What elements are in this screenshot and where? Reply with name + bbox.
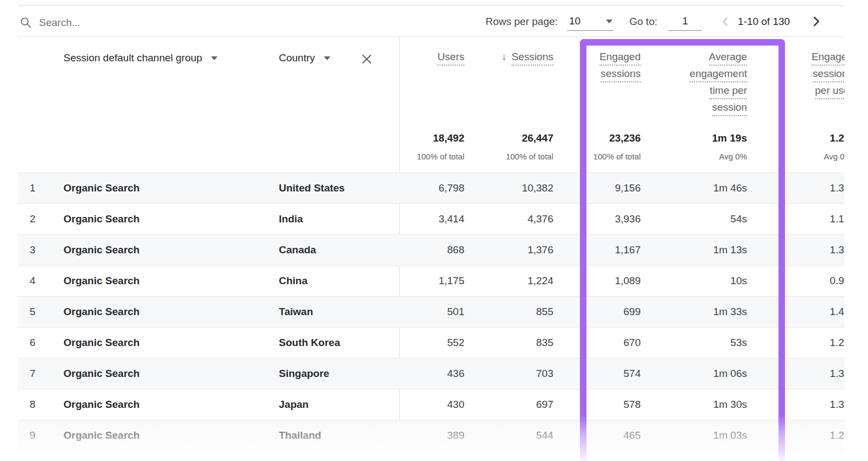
column-header-engaged-sessions-per-user[interactable]: Engaged sessions per user [781, 50, 845, 101]
channel-cell: Organic Search [63, 204, 139, 234]
column-header-label: Engaged [599, 50, 641, 66]
users-cell: 3,414 [362, 204, 464, 234]
column-header-label: Average [709, 50, 747, 66]
channel-cell: Organic Search [63, 420, 139, 450]
engaged-sessions-cell: 699 [566, 297, 641, 326]
rows-per-page-select[interactable]: 10 [567, 13, 614, 31]
remove-dimension-button[interactable] [360, 53, 374, 67]
previous-page-button[interactable] [719, 16, 731, 29]
dimension-selector-channel-group[interactable]: Session default channel group [63, 52, 218, 64]
row-index: 4 [24, 266, 41, 296]
engaged-sessions-per-user-cell: 1.3 [770, 235, 844, 265]
sessions-cell: 1,376 [475, 235, 553, 265]
column-header-avg-engagement-time[interactable]: Average engagement time per session [649, 50, 747, 118]
row-index: 2 [24, 204, 41, 234]
sessions-cell: 697 [475, 389, 553, 419]
row-index: 5 [24, 297, 41, 326]
rows-per-page-label: Rows per page: [486, 16, 558, 28]
column-header-label: sessions [601, 67, 641, 82]
avg-engagement-time-cell: 1m 03s [673, 420, 747, 450]
search-icon [20, 16, 32, 31]
engaged-sessions-cell: 465 [566, 420, 641, 450]
column-header-engaged-sessions[interactable]: Engaged sessions [565, 50, 641, 84]
country-cell: Japan [279, 389, 309, 419]
avg-engagement-time-cell: 1m 13s [673, 235, 747, 265]
table-row: 6 Organic Search South Korea 552 835 670… [18, 328, 845, 358]
sort-descending-icon: ↓ [501, 50, 507, 63]
channel-cell: Organic Search [63, 389, 139, 419]
total-sub-label: 100% of total [380, 152, 464, 161]
channel-cell: Organic Search [63, 173, 139, 203]
country-cell: China [279, 266, 308, 296]
dropdown-caret-icon [324, 56, 330, 60]
avg-engagement-time-cell: 10s [673, 266, 747, 296]
table-row: 2 Organic Search India 3,414 4,376 3,936… [18, 204, 845, 235]
sessions-cell: 835 [475, 328, 553, 357]
sessions-cell: 1,224 [475, 266, 553, 296]
engaged-sessions-per-user-cell: 1.3 [770, 389, 844, 419]
dropdown-caret-icon [606, 20, 612, 23]
column-header-sessions[interactable]: ↓ Sessions [459, 50, 553, 66]
users-cell: 430 [362, 389, 464, 419]
engaged-sessions-per-user-cell: 0.9 [770, 266, 844, 296]
total-engaged-sessions: 23,236 100% of total [556, 132, 641, 161]
country-cell: United States [279, 173, 344, 203]
total-users: 18,492 100% of total [380, 132, 464, 161]
sessions-cell: 855 [475, 297, 553, 326]
search-input[interactable] [38, 11, 268, 35]
total-sub-label: Avg 0% [760, 152, 845, 161]
engaged-sessions-cell: 3,936 [566, 204, 641, 234]
table-row: 5 Organic Search Taiwan 501 855 699 1m 3… [18, 297, 845, 328]
total-sub-label: Avg 0% [662, 152, 747, 161]
engaged-sessions-cell: 1,089 [566, 266, 641, 296]
sessions-cell: 544 [475, 420, 553, 450]
total-avg-engagement-time: 1m 19s Avg 0% [662, 132, 747, 161]
dimension-label: Session default channel group [63, 52, 202, 64]
pagination-range: 1-10 of 130 [738, 16, 790, 28]
column-header-users[interactable]: Users [380, 50, 464, 67]
users-cell: 868 [362, 235, 464, 265]
total-engaged-sessions-per-user: 1.2 Avg 0% [760, 132, 844, 161]
engaged-sessions-cell: 1,167 [566, 235, 641, 265]
column-header-label: per user [815, 84, 845, 99]
engaged-sessions-cell: 574 [566, 358, 641, 388]
table-row: 8 Organic Search Japan 430 697 578 1m 30… [18, 389, 845, 420]
go-to-page-input[interactable] [668, 12, 702, 31]
row-index: 7 [24, 358, 41, 388]
engaged-sessions-per-user-cell: 1.2 [770, 328, 844, 357]
top-divider [18, 5, 845, 6]
total-value: 26,447 [469, 132, 553, 144]
dropdown-caret-icon [211, 56, 218, 60]
column-header-label: sessions [813, 67, 845, 82]
engaged-sessions-per-user-cell: 1.2 [770, 420, 844, 450]
column-header-label: session [712, 101, 747, 116]
content-area: Rows per page: 10 Go to: 1-10 of 130 Ses… [0, 0, 845, 461]
avg-engagement-time-cell: 53s [673, 328, 747, 357]
avg-engagement-time-cell: 1m 33s [673, 297, 747, 326]
next-page-button[interactable] [809, 15, 823, 30]
column-header-label: engagement [690, 67, 747, 82]
dimension-selector-country[interactable]: Country [279, 52, 330, 64]
sessions-cell: 703 [475, 358, 553, 388]
sessions-cell: 4,376 [475, 204, 553, 234]
total-sub-label: 100% of total [469, 152, 553, 161]
total-value: 23,236 [556, 132, 641, 144]
engaged-sessions-cell: 670 [566, 328, 641, 357]
toolbar-divider [18, 36, 845, 37]
country-cell: Taiwan [279, 297, 313, 326]
channel-cell: Organic Search [63, 358, 139, 388]
users-cell: 1,175 [362, 266, 464, 296]
engaged-sessions-per-user-cell: 1.4 [770, 297, 844, 326]
country-cell: South Korea [279, 328, 340, 357]
rows-per-page-value: 10 [569, 15, 580, 27]
row-index: 9 [24, 420, 41, 450]
country-cell: Singapore [279, 358, 329, 388]
channel-cell: Organic Search [63, 297, 139, 326]
table-row: 9 Organic Search Thailand 389 544 465 1m… [18, 420, 845, 451]
country-cell: Thailand [279, 420, 321, 450]
avg-engagement-time-cell: 1m 06s [673, 358, 747, 388]
sessions-cell: 10,382 [475, 173, 553, 203]
channel-cell: Organic Search [63, 266, 139, 296]
table-row: 7 Organic Search Singapore 436 703 574 1… [18, 358, 845, 389]
column-header-label: time per [710, 84, 747, 99]
